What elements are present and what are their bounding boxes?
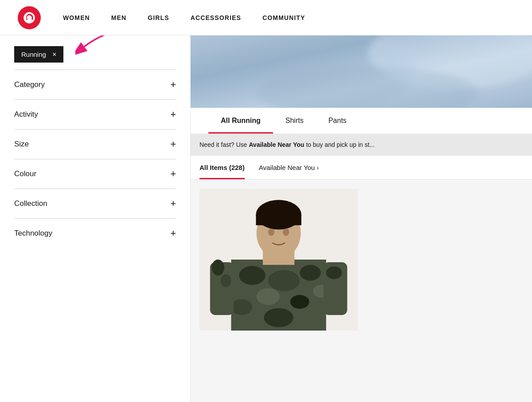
arrow-annotation [75, 35, 155, 59]
product-image [200, 189, 358, 331]
page-layout: Running × Category + Activity + Size + C… [0, 35, 532, 402]
svg-point-25 [268, 229, 274, 236]
nav-community[interactable]: COMMUNITY [262, 14, 305, 21]
promo-prefix: Need it fast? Use [200, 141, 249, 148]
filter-size-label: Size [14, 140, 29, 149]
filter-category[interactable]: Category + [14, 70, 176, 100]
filter-activity[interactable]: Activity + [14, 100, 176, 130]
nav-women[interactable]: WOMEN [63, 14, 90, 21]
sub-nav-shirts[interactable]: Shirts [273, 108, 316, 134]
filter-list: Category + Activity + Size + Colour + Co… [0, 70, 190, 248]
filter-size-plus: + [170, 139, 176, 149]
hero-svg [191, 35, 532, 108]
filter-technology-label: Technology [14, 229, 52, 238]
svg-point-14 [264, 308, 293, 327]
available-near-chevron: › [317, 164, 319, 171]
filter-tag-close[interactable]: × [52, 51, 56, 58]
available-near-label: Available Near You [259, 164, 315, 171]
active-filter-tag[interactable]: Running × [14, 46, 63, 63]
svg-point-11 [290, 295, 309, 309]
filter-tag-area: Running × [0, 35, 190, 70]
svg-point-20 [326, 266, 342, 279]
nav-men[interactable]: MEN [111, 14, 126, 21]
svg-point-9 [300, 265, 321, 281]
svg-rect-24 [256, 215, 301, 225]
svg-point-12 [231, 299, 252, 315]
sidebar: Running × Category + Activity + Size + C… [0, 35, 191, 402]
filter-technology-plus: + [170, 229, 176, 238]
sub-nav: All Running Shirts Pants [191, 108, 532, 134]
filter-colour-plus: + [170, 169, 176, 179]
filter-activity-label: Activity [14, 110, 38, 119]
filter-activity-plus: + [170, 110, 176, 119]
svg-point-7 [239, 266, 266, 285]
main-nav: WOMEN MEN GIRLS ACCESSORIES COMMUNITY [63, 14, 305, 21]
promo-suffix: to buy and pick up in st... [304, 141, 375, 148]
filter-size[interactable]: Size + [14, 130, 176, 159]
filter-collection[interactable]: Collection + [14, 189, 176, 219]
filter-technology[interactable]: Technology + [14, 219, 176, 248]
product-card[interactable] [200, 189, 358, 331]
svg-point-17 [211, 260, 224, 276]
svg-point-8 [268, 270, 300, 292]
nav-girls[interactable]: GIRLS [148, 14, 169, 21]
site-header: WOMEN MEN GIRLS ACCESSORIES COMMUNITY [0, 0, 532, 35]
main-content: All Running Shirts Pants Need it fast? U… [191, 35, 532, 402]
filter-tag-label: Running [21, 51, 46, 58]
promo-highlight: Available Near You [249, 141, 304, 148]
nav-accessories[interactable]: ACCESSORIES [191, 14, 241, 21]
sub-nav-pants[interactable]: Pants [316, 108, 359, 134]
filter-category-label: Category [14, 80, 45, 89]
hero-image [191, 35, 532, 108]
promo-banner: Need it fast? Use Available Near You to … [191, 134, 532, 156]
filter-collection-plus: + [170, 199, 176, 209]
svg-point-18 [221, 274, 231, 287]
svg-point-10 [257, 288, 280, 305]
available-near-you[interactable]: Available Near You › [259, 164, 319, 171]
svg-point-26 [283, 229, 289, 236]
items-bar: All Items (228) Available Near You › [191, 156, 532, 180]
filter-collection-label: Collection [14, 199, 47, 208]
product-grid [191, 180, 532, 339]
filter-colour-label: Colour [14, 169, 36, 178]
filter-colour[interactable]: Colour + [14, 159, 176, 189]
logo[interactable] [18, 6, 41, 29]
all-items-count[interactable]: All Items (228) [200, 156, 245, 179]
filter-category-plus: + [170, 80, 176, 90]
sub-nav-all-running[interactable]: All Running [208, 108, 273, 134]
lululemon-logo-icon [22, 11, 36, 25]
